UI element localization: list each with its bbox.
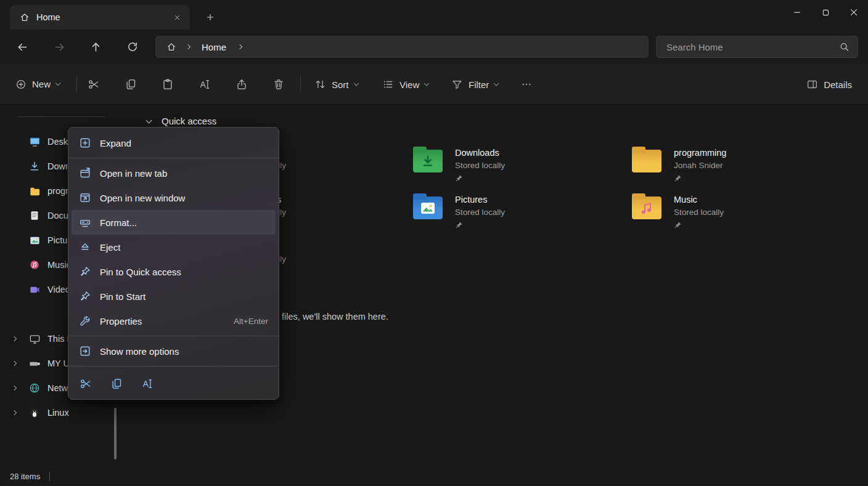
menu-separator [69,366,278,367]
this-pc-icon [28,333,41,345]
rename-button[interactable] [193,73,216,95]
music-icon [28,259,41,271]
more-options-button[interactable] [515,73,538,95]
share-button[interactable] [230,73,253,95]
breadcrumb-home-icon[interactable] [162,38,181,55]
back-button[interactable] [12,36,33,57]
folder-icon [28,185,41,197]
quick-access-item-downloads[interactable]: Downloads Stored locally [413,147,620,183]
refresh-button[interactable] [122,36,143,57]
details-label: Details [824,79,852,89]
chevron-down-icon [424,81,429,86]
chevron-right-icon [186,44,190,49]
pin-icon [455,221,464,230]
quick-access-item-programming[interactable]: programming Jonah Snider [632,147,838,183]
status-divider [49,472,50,481]
new-button[interactable]: New [9,74,67,95]
pin-icon [674,221,682,230]
downloads-folder-icon [413,150,443,172]
show-more-options-icon [79,345,91,357]
menu-item-eject[interactable]: Eject [72,235,276,259]
up-button[interactable] [85,36,106,57]
view-label: View [399,79,419,89]
chevron-right-icon[interactable] [12,386,17,391]
search-icon[interactable] [839,42,850,52]
command-bar: New Sort View [0,64,868,105]
sidebar-scrollbar[interactable] [114,408,117,460]
menu-item-open-in-new-tab[interactable]: Open in new tab [72,161,276,185]
copy-button[interactable] [105,373,128,395]
format-drive-icon [79,216,91,229]
file-explorer-window: Home [0,0,868,486]
network-icon [28,382,41,394]
filter-button[interactable]: Filter [445,73,504,95]
menu-item-pin-to-start[interactable]: Pin to Start [72,284,276,309]
chevron-right-icon[interactable] [12,336,17,341]
open-in-new-window-icon [79,192,91,204]
tab-home[interactable]: Home [10,5,190,30]
menu-item-pin-to-quick-access[interactable]: Pin to Quick access [72,259,276,284]
minimize-button[interactable] [783,0,811,25]
videos-icon [28,283,41,296]
new-tab-button[interactable] [202,9,219,25]
search-input[interactable] [657,36,858,57]
chevron-right-icon[interactable] [12,361,17,366]
shortcut-label: Alt+Enter [234,317,268,326]
cut-button[interactable] [75,373,97,395]
menu-item-show-more-options[interactable]: Show more options [72,339,276,363]
details-button[interactable]: Details [800,73,858,95]
expand-icon [79,137,91,149]
paste-button[interactable] [156,73,179,95]
sidebar-item-linux[interactable]: Linux [6,402,116,424]
filter-label: Filter [469,79,489,89]
desktop-icon [28,136,41,148]
tab-close-button[interactable] [169,9,185,25]
breadcrumb-item-home[interactable]: Home [195,40,232,54]
sort-button[interactable]: Sort [308,73,364,95]
view-button[interactable]: View [376,73,435,95]
pin-icon [79,265,91,278]
navigation-bar: Home [0,30,868,64]
menu-item-properties[interactable]: Properties Alt+Enter [72,309,276,333]
tab-title: Home [36,12,60,22]
menu-item-format[interactable]: Format... [72,210,276,235]
plus-circle-icon [15,79,27,90]
chevron-right-icon [237,44,242,49]
sidebar-separator [18,116,105,117]
pin-icon [674,174,682,183]
pictures-folder-icon [413,196,443,219]
toolbar-divider [300,76,301,92]
pictures-icon [28,234,41,246]
search-box [656,36,858,58]
chevron-down-icon [146,117,152,123]
window-controls [783,0,868,25]
forward-button[interactable] [49,36,70,57]
chevron-down-icon [353,81,358,86]
menu-item-expand[interactable]: Expand [72,131,276,155]
folder-icon [632,150,661,172]
menu-separator [69,158,278,158]
menu-separator [69,336,278,336]
cut-button[interactable] [82,73,105,95]
open-in-new-tab-icon [79,167,91,179]
pin-icon [455,174,464,183]
maximize-button[interactable] [811,0,840,25]
rename-button[interactable] [136,373,158,395]
wrench-icon [79,315,91,327]
linux-penguin-icon [28,407,41,419]
close-button[interactable] [840,0,868,25]
downloads-icon [28,160,41,172]
delete-button[interactable] [267,73,290,95]
sort-label: Sort [332,79,349,89]
chevron-right-icon[interactable] [12,410,17,415]
quick-access-item-pictures[interactable]: Pictures Stored locally [413,193,620,230]
music-folder-icon [632,196,661,219]
details-pane-icon [806,78,818,90]
chevron-down-icon [494,81,499,86]
quick-access-header[interactable]: Quick access [147,116,216,126]
context-menu-icon-row [68,369,279,397]
menu-item-open-in-new-window[interactable]: Open in new window [72,185,276,210]
copy-button[interactable] [119,73,142,95]
document-icon [28,209,41,222]
quick-access-item-music[interactable]: Music Stored locally [632,193,838,230]
